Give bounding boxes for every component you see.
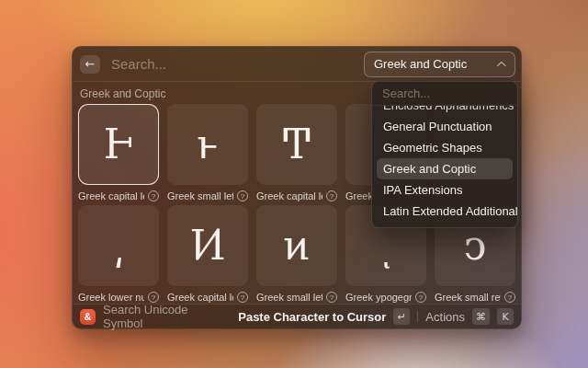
glyph-label: Greek capital le... [78, 190, 144, 201]
glyph-caption: Greek small rev... ? [435, 291, 515, 304]
glyph-tile-selected[interactable]: Ͱ [78, 104, 159, 185]
glyph-caption: Greek small lett... ? [256, 291, 337, 304]
glyph-char: ͺ [376, 225, 396, 266]
glyph-tile[interactable]: Ͷ [167, 205, 248, 286]
glyph-tile[interactable]: ͷ [256, 205, 337, 286]
glyph-cell: Ͳ Greek capital le... ? [256, 104, 337, 202]
glyph-label: Greek small lett... [256, 292, 322, 303]
glyph-caption: Greek ypogegr... ? [345, 291, 426, 304]
help-icon[interactable]: ? [148, 190, 159, 201]
glyph-label: Greek capital le... [256, 190, 322, 201]
glyph-caption: Greek capital le... ? [167, 291, 248, 304]
help-icon[interactable]: ? [237, 292, 248, 303]
glyph-tile[interactable]: ͵ [78, 205, 159, 286]
glyph-caption: Greek lower nu... ? [78, 291, 159, 304]
app-name: Search Unicode Symbol [103, 303, 231, 330]
glyph-label: Greek capital le... [167, 292, 233, 303]
unicode-search-window: ← Greek and Coptic Greek and Coptic Ͱ Gr… [72, 46, 522, 329]
glyph-caption: Greek capital le... ? [256, 190, 337, 202]
search-input[interactable] [111, 56, 364, 72]
glyph-cell: ͷ Greek small lett... ? [256, 205, 337, 304]
back-button[interactable]: ← [80, 55, 100, 74]
glyph-label: Greek [345, 190, 373, 201]
block-dropdown: Enclosed Alphanumerics General Punctuati… [371, 81, 518, 228]
dropdown-item-latin-extended-a[interactable]: Latin Extended-A [377, 222, 513, 228]
glyph-char: ͵ [113, 225, 124, 266]
help-icon[interactable]: ? [504, 292, 515, 303]
glyph-label: Greek ypogegr... [345, 292, 412, 303]
dropdown-list: Enclosed Alphanumerics General Punctuati… [372, 106, 517, 228]
glyph-caption: Greek capital le... ? [78, 190, 159, 202]
help-icon[interactable]: ? [326, 292, 337, 303]
help-icon[interactable]: ? [237, 190, 248, 201]
glyph-cell: ͱ Greek small lett... ? [167, 104, 248, 202]
top-bar: ← Greek and Coptic [73, 47, 521, 82]
glyph-char: Ͳ [283, 124, 310, 165]
dropdown-item-geometric-shapes[interactable]: Geometric Shapes [377, 137, 513, 158]
return-key-icon[interactable]: ↵ [393, 308, 410, 325]
block-select-value: Greek and Coptic [374, 57, 493, 71]
actions-button[interactable]: Actions [425, 310, 465, 324]
dropdown-item-latin-extended-additional[interactable]: Latin Extended Additional [377, 201, 513, 222]
block-select[interactable]: Greek and Coptic [364, 52, 515, 77]
help-icon[interactable]: ? [326, 190, 337, 201]
glyph-label: Greek lower nu... [78, 292, 144, 303]
dropdown-search-input[interactable] [382, 86, 518, 100]
glyph-cell: Ͷ Greek capital le... ? [167, 205, 248, 304]
back-arrow-icon: ← [85, 57, 96, 71]
help-icon[interactable]: ? [415, 292, 426, 303]
glyph-char: ͱ [197, 124, 218, 165]
glyph-tile[interactable]: ͱ [167, 104, 248, 185]
glyph-tile[interactable]: Ͳ [256, 104, 337, 185]
glyph-label: Greek small rev... [435, 292, 501, 303]
dropdown-item-ipa-extensions[interactable]: IPA Extensions [377, 179, 513, 201]
dropdown-search-row [372, 82, 517, 106]
glyph-caption: Greek small lett... ? [167, 190, 248, 202]
section-title: Greek and Coptic [80, 87, 165, 100]
cmd-key-icon: ⌘ [472, 308, 490, 325]
statusbar-divider [417, 311, 418, 322]
paste-character-action[interactable]: Paste Character to Cursor [238, 310, 386, 324]
dropdown-item-enclosed-alphanumerics[interactable]: Enclosed Alphanumerics [377, 106, 513, 116]
glyph-label: Greek small lett... [167, 190, 233, 201]
glyph-char: ͷ [283, 225, 310, 266]
glyph-char: Ͷ [190, 225, 226, 266]
dropdown-item-general-punctuation[interactable]: General Punctuation [377, 116, 513, 137]
help-icon[interactable]: ? [148, 292, 159, 303]
glyph-cell: Ͱ Greek capital le... ? [78, 104, 159, 202]
glyph-char: ͻ [464, 225, 487, 266]
chevron-up-icon [497, 62, 506, 71]
k-key-icon: K [497, 308, 514, 325]
dropdown-item-greek-and-coptic[interactable]: Greek and Coptic [377, 158, 513, 179]
app-icon: & [80, 309, 96, 325]
glyph-char: Ͱ [104, 124, 134, 165]
status-bar: & Search Unicode Symbol Paste Character … [73, 304, 521, 328]
glyph-cell: ͵ Greek lower nu... ? [78, 205, 159, 304]
